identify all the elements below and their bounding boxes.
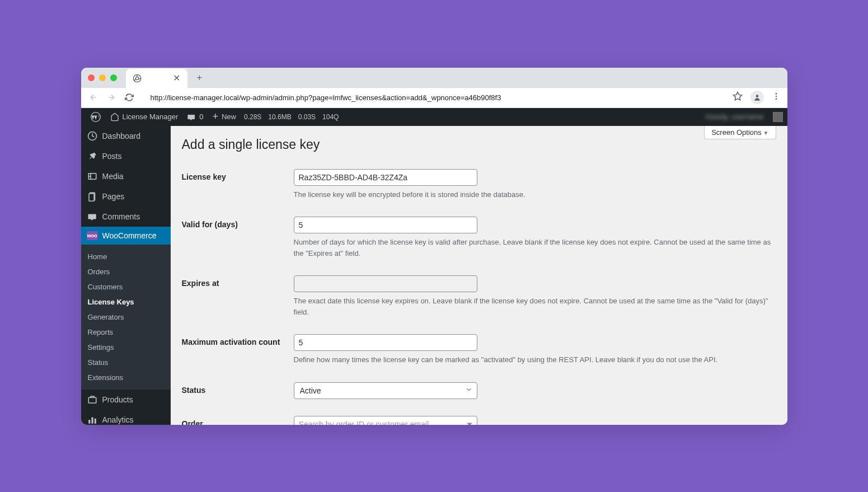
license-key-desc: The license key will be encrypted before… (294, 189, 775, 200)
license-key-label: License key (182, 169, 294, 181)
reload-button[interactable] (124, 92, 135, 103)
forward-button[interactable] (106, 92, 117, 103)
expires-at-desc: The exact date this license key expires … (294, 296, 775, 317)
perf-stat-time2: 0.03S (295, 113, 319, 121)
perf-stat-memory: 10.6MB (265, 113, 294, 121)
close-tab-icon[interactable]: ✕ (173, 74, 181, 82)
menu-icon[interactable] (772, 92, 781, 103)
pin-icon (87, 151, 98, 162)
back-button[interactable] (88, 92, 99, 103)
address-bar: http://license-manager.local/wp-admin/ad… (81, 88, 787, 108)
valid-for-desc: Number of days for which the license key… (294, 237, 775, 259)
chrome-icon (133, 74, 142, 83)
perf-stat-time1: 0.28S (241, 113, 265, 121)
dashboard-icon (87, 130, 98, 142)
site-name-link[interactable]: License Manager (106, 108, 183, 126)
url-input[interactable]: http://license-manager.local/wp-admin/ad… (142, 90, 726, 105)
main-content: Screen Options Add a single license key … (171, 126, 787, 425)
sidebar-item-woocommerce[interactable]: woo WooCommerce (81, 227, 171, 245)
star-icon[interactable] (733, 91, 743, 104)
new-tab-button[interactable]: + (192, 70, 208, 86)
submenu-license-keys[interactable]: License Keys (81, 294, 171, 310)
submenu-orders[interactable]: Orders (81, 264, 171, 279)
pages-icon (87, 191, 98, 202)
sidebar-item-dashboard[interactable]: Dashboard (81, 126, 171, 146)
submenu-home[interactable]: Home (81, 249, 171, 264)
sidebar-item-pages[interactable]: Pages (81, 186, 171, 207)
sidebar-item-comments[interactable]: Comments (81, 207, 171, 227)
window-controls (88, 74, 117, 81)
media-icon (87, 171, 98, 182)
sidebar-item-media[interactable]: Media (81, 166, 171, 186)
expires-at-label: Expires at (182, 275, 294, 288)
svg-rect-14 (91, 417, 93, 423)
dropdown-arrow-icon (467, 423, 472, 425)
submenu-generators[interactable]: Generators (81, 310, 171, 325)
svg-point-5 (775, 96, 777, 97)
comment-count: 0 (199, 113, 203, 121)
browser-tab[interactable]: ✕ (126, 69, 187, 88)
page-title: Add a single license key (182, 126, 776, 161)
comments-link[interactable]: 0 (182, 108, 208, 126)
perf-stat-queries: 104Q (319, 113, 342, 121)
products-icon (87, 394, 98, 405)
sidebar-item-label: Media (102, 172, 124, 181)
order-label: Order (182, 416, 294, 425)
comment-icon (87, 211, 98, 222)
wp-admin-bar: License Manager 0 + New 0.28S 10.6MB 0.0… (81, 108, 787, 126)
woocommerce-submenu: Home Orders Customers License Keys Gener… (81, 245, 171, 390)
svg-rect-11 (89, 193, 94, 201)
sidebar-item-posts[interactable]: Posts (81, 146, 171, 166)
sidebar-item-label: Posts (102, 152, 122, 161)
submenu-extensions[interactable]: Extensions (81, 370, 171, 385)
submenu-customers[interactable]: Customers (81, 279, 171, 294)
sidebar-item-label: Pages (102, 192, 125, 201)
site-name-text: License Manager (123, 113, 179, 121)
submenu-reports[interactable]: Reports (81, 325, 171, 340)
submenu-status[interactable]: Status (81, 355, 171, 370)
sidebar-item-analytics[interactable]: Analytics (81, 410, 171, 425)
svg-rect-12 (88, 397, 96, 403)
screen-options-button[interactable]: Screen Options (704, 126, 776, 139)
browser-tabstrip: ✕ + (81, 68, 787, 88)
close-window-button[interactable] (88, 74, 95, 81)
order-select[interactable]: Search by order ID or customer email (294, 416, 477, 425)
license-key-input[interactable] (294, 169, 477, 186)
svg-point-1 (135, 77, 138, 79)
svg-point-3 (756, 95, 758, 97)
status-label: Status (182, 382, 294, 395)
sidebar-item-products[interactable]: Products (81, 390, 171, 410)
new-content-link[interactable]: + New (208, 108, 241, 126)
status-select[interactable]: Active (294, 382, 477, 399)
browser-window: ✕ + http://license-manager.local/wp-admi… (81, 68, 787, 425)
expires-at-input[interactable] (294, 275, 477, 292)
max-activation-input[interactable] (294, 334, 477, 351)
user-avatar-icon[interactable] (773, 112, 783, 122)
order-placeholder: Search by order ID or customer email (299, 420, 429, 425)
sidebar-item-label: Products (102, 395, 133, 404)
sidebar-item-label: Comments (102, 212, 140, 221)
new-label: New (222, 113, 236, 121)
svg-rect-15 (94, 418, 96, 423)
analytics-icon (87, 414, 98, 425)
maximize-window-button[interactable] (110, 74, 117, 81)
admin-sidebar: Dashboard Posts Media Pages Comments (81, 126, 171, 425)
valid-for-input[interactable] (294, 217, 477, 233)
submenu-settings[interactable]: Settings (81, 340, 171, 355)
sidebar-item-label: Analytics (102, 415, 134, 424)
minimize-window-button[interactable] (99, 74, 106, 81)
svg-marker-2 (733, 92, 742, 100)
svg-point-4 (775, 93, 777, 95)
sidebar-item-label: Dashboard (102, 132, 141, 140)
max-activation-desc: Define how many times the license key ca… (294, 354, 775, 366)
woocommerce-icon: woo (87, 231, 98, 240)
valid-for-label: Valid for (days) (182, 217, 294, 229)
account-link[interactable]: Howdy, username (701, 108, 768, 126)
max-activation-label: Maximum activation count (182, 334, 294, 346)
svg-rect-13 (88, 420, 90, 424)
sidebar-item-label: WooCommerce (102, 231, 157, 240)
profile-icon[interactable] (750, 91, 764, 104)
svg-point-6 (775, 98, 777, 100)
wp-logo-icon[interactable] (86, 108, 106, 126)
